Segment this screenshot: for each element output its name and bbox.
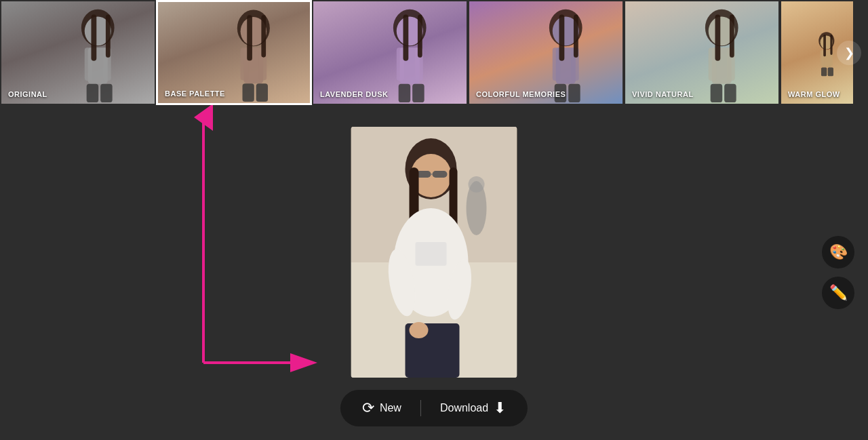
svg-rect-8 bbox=[106, 14, 111, 57]
svg-rect-5 bbox=[87, 84, 99, 102]
svg-rect-24 bbox=[412, 84, 425, 102]
svg-rect-51 bbox=[828, 67, 833, 76]
svg-rect-15 bbox=[256, 83, 268, 102]
svg-rect-6 bbox=[100, 84, 113, 102]
filter-label-vivid-natural: VIVID NATURAL bbox=[632, 90, 694, 98]
app-container: ORIGINAL BASE PALETTE LAVENDER DUSK bbox=[0, 0, 868, 440]
filter-item-colorful-memories[interactable]: COLORFUL MEMORIES bbox=[468, 0, 624, 105]
filter-label-base-palette: BASE PALETTE bbox=[165, 89, 225, 98]
svg-rect-16 bbox=[247, 15, 252, 60]
filter-item-original[interactable]: ORIGINAL bbox=[0, 0, 156, 105]
filter-label-lavender-dusk: LAVENDER DUSK bbox=[320, 90, 388, 98]
svg-rect-52 bbox=[823, 35, 826, 56]
filter-label-original: ORIGINAL bbox=[8, 90, 47, 98]
download-icon: ⬇ bbox=[494, 399, 506, 417]
palette-button[interactable]: 🎨 bbox=[822, 236, 854, 268]
filter-strip: ORIGINAL BASE PALETTE LAVENDER DUSK bbox=[0, 0, 868, 105]
toolbar-divider bbox=[420, 400, 421, 416]
main-image bbox=[351, 127, 517, 378]
svg-rect-26 bbox=[418, 14, 422, 57]
svg-rect-53 bbox=[830, 35, 832, 55]
svg-rect-33 bbox=[568, 84, 580, 102]
new-label: New bbox=[380, 402, 401, 414]
svg-rect-44 bbox=[730, 14, 734, 57]
filter-item-vivid-natural[interactable]: VIVID NATURAL bbox=[624, 0, 780, 105]
svg-rect-41 bbox=[711, 84, 723, 102]
edit-button[interactable]: ✏️ bbox=[822, 277, 854, 309]
download-label: Download bbox=[440, 402, 488, 414]
svg-rect-42 bbox=[724, 84, 736, 102]
svg-rect-71 bbox=[416, 242, 447, 266]
svg-point-62 bbox=[469, 176, 485, 193]
svg-rect-23 bbox=[399, 84, 411, 102]
main-area: 🎨 ✏️ ⟳ New Download ⬇ bbox=[0, 105, 868, 440]
pencil-icon: ✏️ bbox=[829, 284, 848, 302]
svg-rect-34 bbox=[559, 14, 564, 60]
download-button[interactable]: Download ⬇ bbox=[435, 397, 511, 420]
bottom-toolbar: ⟳ New Download ⬇ bbox=[340, 390, 528, 426]
chevron-right-icon: ❯ bbox=[844, 45, 854, 60]
new-icon: ⟳ bbox=[362, 399, 374, 417]
filter-label-colorful-memories: COLORFUL MEMORIES bbox=[476, 90, 566, 98]
svg-rect-25 bbox=[403, 14, 408, 60]
svg-rect-35 bbox=[574, 14, 578, 57]
filter-next-button[interactable]: ❯ bbox=[837, 41, 861, 65]
svg-point-75 bbox=[410, 322, 429, 338]
side-buttons: 🎨 ✏️ bbox=[822, 236, 854, 309]
svg-rect-17 bbox=[261, 15, 266, 57]
svg-rect-7 bbox=[91, 14, 96, 60]
svg-rect-66 bbox=[433, 171, 448, 178]
svg-rect-14 bbox=[242, 83, 254, 102]
filter-label-warm-glow: WARM GLOW bbox=[788, 90, 840, 98]
new-button[interactable]: ⟳ New bbox=[357, 397, 407, 420]
main-image-container bbox=[351, 127, 517, 378]
filter-item-lavender-dusk[interactable]: LAVENDER DUSK bbox=[312, 0, 468, 105]
palette-icon: 🎨 bbox=[829, 243, 848, 261]
svg-rect-50 bbox=[821, 67, 827, 76]
svg-rect-43 bbox=[715, 14, 720, 60]
filter-item-base-palette[interactable]: BASE PALETTE bbox=[156, 0, 312, 105]
